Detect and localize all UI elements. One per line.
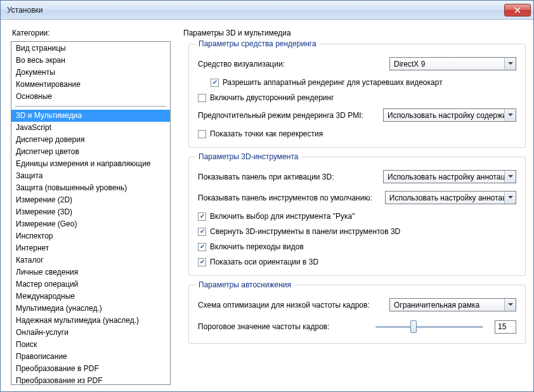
scheme-value: Ограничительная рамка bbox=[394, 301, 479, 310]
list-item[interactable]: Вид страницы bbox=[11, 42, 170, 55]
checkbox-hand-select[interactable]: Включить выбор для инструмента "Рука" bbox=[198, 212, 516, 221]
checkbox-label: Показать точки как перекрестия bbox=[210, 129, 323, 138]
checkbox-collapse-tools[interactable]: Свернуть 3D-инструменты в панели инструм… bbox=[198, 227, 516, 236]
list-item[interactable]: Диспетчер доверия bbox=[11, 134, 170, 146]
list-item[interactable]: Международные bbox=[11, 291, 170, 303]
categories-pane: Категории: Вид страницыВо весь экранДоку… bbox=[11, 29, 171, 385]
visualizer-label: Средство визуализации: bbox=[198, 60, 285, 69]
checkbox-box bbox=[198, 243, 206, 251]
visualizer-value: DirectX 9 bbox=[394, 60, 425, 69]
checkbox-label: Разрешить аппаратный рендеринг для устар… bbox=[223, 78, 443, 87]
show-panel-label: Показывать панель при активации 3D: bbox=[198, 173, 334, 181]
threshold-label: Пороговое значение частоты кадров: bbox=[198, 322, 330, 331]
group-auto-degrade: Параметры автоснижения Схема оптимизации… bbox=[188, 285, 526, 344]
checkbox-box bbox=[198, 94, 206, 102]
dialog-body: Категории: Вид страницыВо весь экранДоку… bbox=[1, 20, 533, 391]
row-default-toolbar: Показывать панель инструментов по умолча… bbox=[198, 191, 516, 204]
list-item[interactable]: Интернет bbox=[11, 242, 170, 254]
list-item[interactable]: Во весь экран bbox=[11, 55, 170, 67]
row-threshold: Пороговое значение частоты кадров: bbox=[198, 319, 516, 334]
list-item[interactable]: Документы bbox=[11, 67, 170, 79]
row-scheme: Схема оптимизации для низкой частоты кад… bbox=[198, 298, 516, 311]
list-item[interactable]: Основные bbox=[11, 91, 170, 103]
list-item[interactable]: Мультимедиа (унаслед.) bbox=[11, 303, 170, 315]
threshold-slider[interactable] bbox=[375, 319, 483, 334]
checkbox-orient-axes[interactable]: Показать оси ориентации в 3D bbox=[198, 258, 516, 266]
row-visualizer: Средство визуализации: DirectX 9 bbox=[198, 57, 516, 70]
group-rendering-legend: Параметры средства рендеринга bbox=[195, 39, 320, 48]
pmi-label: Предпочтительный режим рендеринга 3D PMI… bbox=[198, 111, 363, 120]
checkbox-label: Включить переходы видов bbox=[210, 242, 304, 251]
pmi-select[interactable]: Использовать настройку содержимого bbox=[383, 108, 516, 122]
chevron-down-icon bbox=[504, 58, 516, 70]
checkbox-view-transitions[interactable]: Включить переходы видов bbox=[198, 242, 516, 251]
chevron-down-icon bbox=[504, 109, 516, 121]
list-item[interactable]: Преобразование из PDF bbox=[11, 375, 170, 385]
slider-track bbox=[375, 326, 483, 328]
list-item[interactable]: Надежная мультимедиа (унаслед.) bbox=[11, 315, 170, 327]
categories-listbox[interactable]: Вид страницыВо весь экранДокументыКоммен… bbox=[11, 41, 171, 385]
list-item[interactable]: 3D и Мультимедиа bbox=[11, 110, 170, 122]
close-button[interactable] bbox=[504, 4, 531, 16]
list-item[interactable]: Диспетчер цветов bbox=[11, 146, 170, 158]
checkbox-crosshair[interactable]: Показать точки как перекрестия bbox=[198, 129, 516, 138]
preferences-window: Установки Категории: Вид страницыВо весь… bbox=[0, 0, 534, 392]
list-item[interactable]: Каталог bbox=[11, 254, 170, 266]
chevron-down-icon bbox=[504, 192, 516, 204]
list-item[interactable]: Инспектор bbox=[11, 230, 170, 242]
close-icon bbox=[514, 7, 521, 13]
checkbox-double-sided[interactable]: Включить двусторонний рендеринг bbox=[198, 93, 516, 102]
scheme-select[interactable]: Ограничительная рамка bbox=[389, 298, 516, 311]
panel-title: Параметры 3D и мультимедиа bbox=[183, 29, 527, 37]
checkbox-hw-legacy[interactable]: Разрешить аппаратный рендеринг для устар… bbox=[198, 78, 516, 87]
default-toolbar-label: Показывать панель инструментов по умолча… bbox=[198, 193, 372, 202]
row-pmi: Предпочтительный режим рендеринга 3D PMI… bbox=[198, 108, 516, 122]
checkbox-box bbox=[198, 258, 206, 266]
threshold-input[interactable] bbox=[495, 320, 516, 334]
list-item[interactable]: Комментирование bbox=[11, 79, 170, 91]
row-show-panel: Показывать панель при активации 3D: Испо… bbox=[198, 170, 516, 183]
checkbox-label: Показать оси ориентации в 3D bbox=[210, 258, 318, 266]
list-item[interactable]: Защита bbox=[11, 170, 170, 182]
visualizer-select[interactable]: DirectX 9 bbox=[389, 57, 516, 70]
slider-thumb[interactable] bbox=[410, 320, 417, 333]
list-item[interactable]: Онлайн-услуги bbox=[11, 327, 170, 339]
titlebar: Установки bbox=[1, 1, 533, 20]
scheme-label: Схема оптимизации для низкой частоты кад… bbox=[198, 301, 370, 310]
checkbox-box bbox=[198, 130, 206, 138]
list-item[interactable]: Правописание bbox=[11, 351, 170, 363]
group-3d-tool: Параметры 3D-инструмента Показывать пане… bbox=[188, 157, 526, 276]
window-title: Установки bbox=[7, 6, 504, 15]
list-item[interactable]: Измерение (2D) bbox=[11, 194, 170, 206]
chevron-down-icon bbox=[504, 171, 516, 183]
default-toolbar-select[interactable]: Использовать настройку аннотаций bbox=[385, 191, 516, 204]
categories-label: Категории: bbox=[11, 29, 171, 37]
list-item[interactable]: Единицы измерения и направляющие bbox=[11, 158, 170, 170]
list-item[interactable]: Измерение (3D) bbox=[11, 206, 170, 218]
checkbox-box bbox=[198, 228, 206, 236]
checkbox-label: Включить выбор для инструмента "Рука" bbox=[210, 212, 355, 221]
list-item[interactable]: Измерение (Geo) bbox=[11, 218, 170, 230]
default-toolbar-value: Использовать настройку аннотаций bbox=[389, 193, 516, 202]
list-item[interactable]: Защита (повышенный уровень) bbox=[11, 182, 170, 194]
pmi-value: Использовать настройку содержимого bbox=[387, 111, 516, 120]
settings-pane: Параметры 3D и мультимедиа Параметры сре… bbox=[182, 29, 527, 385]
checkbox-label: Свернуть 3D-инструменты в панели инструм… bbox=[210, 227, 400, 236]
checkbox-label: Включить двусторонний рендеринг bbox=[210, 93, 334, 102]
group-auto-degrade-legend: Параметры автоснижения bbox=[195, 280, 294, 289]
list-item[interactable]: Преобразование в PDF bbox=[11, 363, 170, 375]
group-rendering: Параметры средства рендеринга Средство в… bbox=[188, 44, 526, 148]
list-item[interactable]: JavaScript bbox=[11, 122, 170, 134]
list-item[interactable]: Поиск bbox=[11, 339, 170, 351]
chevron-down-icon bbox=[504, 299, 516, 311]
list-item[interactable]: Личные сведения bbox=[11, 266, 170, 278]
checkbox-box bbox=[211, 79, 219, 87]
show-panel-select[interactable]: Использовать настройку аннотаций bbox=[383, 170, 516, 183]
show-panel-value: Использовать настройку аннотаций bbox=[387, 173, 514, 181]
list-item[interactable]: Мастер операций bbox=[11, 278, 170, 291]
group-3d-tool-legend: Параметры 3D-инструмента bbox=[195, 152, 301, 161]
checkbox-box bbox=[198, 212, 206, 221]
